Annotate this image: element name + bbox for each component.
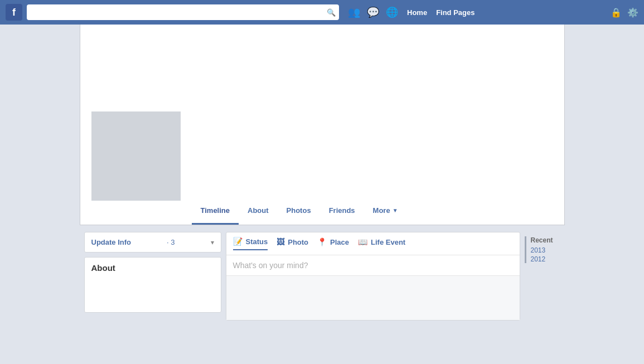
timeline-year-2012[interactable]: 2012 xyxy=(531,255,563,263)
navbar: f 🔍 👥 💬 🌐 Home Find Pages 🔒 ⚙️ xyxy=(0,0,644,25)
update-info-chevron-icon: ▾ xyxy=(211,239,214,246)
right-feed: 📝 Status 🖼 Photo 📍 Place xyxy=(221,232,525,325)
post-composer: 📝 Status 🖼 Photo 📍 Place xyxy=(226,232,520,321)
cover-photo xyxy=(80,25,565,197)
status-icon: 📝 xyxy=(233,237,243,246)
composer-tab-place[interactable]: 📍 Place xyxy=(317,237,349,250)
composer-tab-status[interactable]: 📝 Status xyxy=(233,237,268,250)
place-icon: 📍 xyxy=(317,237,327,246)
nav-links: Home Find Pages xyxy=(407,8,474,17)
search-bar[interactable]: 🔍 xyxy=(27,4,339,20)
center-column: Timeline About Photos Friends More ▼ xyxy=(80,25,565,364)
main-content: Update Info · 3 ▾ About 📝 xyxy=(80,225,565,332)
facebook-logo[interactable]: f xyxy=(6,4,22,21)
composer-tab-photo[interactable]: 🖼 Photo xyxy=(277,237,308,250)
composer-tab-life-event[interactable]: 📖 Life Event xyxy=(358,237,405,250)
composer-bottom xyxy=(226,275,520,320)
home-link[interactable]: Home xyxy=(407,8,427,17)
update-info-title: Update Info xyxy=(91,238,132,246)
tab-more[interactable]: More ▼ xyxy=(364,197,407,225)
page-wrapper: f 🔍 👥 💬 🌐 Home Find Pages 🔒 ⚙️ xyxy=(0,0,644,364)
life-event-icon: 📖 xyxy=(358,237,367,246)
tab-timeline[interactable]: Timeline xyxy=(192,197,239,225)
more-dropdown-icon: ▼ xyxy=(393,207,398,213)
update-info-header[interactable]: Update Info · 3 ▾ xyxy=(85,232,221,252)
page-content: Timeline About Photos Friends More ▼ xyxy=(0,25,644,364)
find-pages-link[interactable]: Find Pages xyxy=(436,8,474,17)
gear-icon[interactable]: ⚙️ xyxy=(627,7,638,18)
search-input[interactable] xyxy=(30,8,327,17)
composer-input[interactable]: What's on your mind? xyxy=(226,255,520,275)
profile-photo[interactable] xyxy=(89,109,183,203)
update-info-box: Update Info · 3 ▾ xyxy=(84,232,221,253)
update-info-badge: · 3 xyxy=(167,238,175,246)
lock-icon[interactable]: 🔒 xyxy=(611,7,622,18)
nav-icons: 👥 💬 🌐 xyxy=(348,6,398,18)
about-title: About xyxy=(91,263,214,273)
friends-icon[interactable]: 👥 xyxy=(348,6,360,18)
nav-right: 🔒 ⚙️ xyxy=(611,7,638,18)
photo-icon: 🖼 xyxy=(277,237,284,246)
messages-icon[interactable]: 💬 xyxy=(367,6,379,18)
timeline-bar: Recent 2013 2012 xyxy=(525,236,563,263)
search-icon: 🔍 xyxy=(327,8,336,17)
timeline-label: Recent xyxy=(531,236,563,244)
timeline-sidebar: Recent 2013 2012 xyxy=(525,232,565,325)
left-sidebar: Update Info · 3 ▾ About xyxy=(80,232,221,325)
tab-friends[interactable]: Friends xyxy=(320,197,364,225)
tab-about[interactable]: About xyxy=(239,197,278,225)
tab-photos[interactable]: Photos xyxy=(278,197,320,225)
timeline-year-2013[interactable]: 2013 xyxy=(531,246,563,254)
globe-icon[interactable]: 🌐 xyxy=(386,6,398,18)
composer-tabs: 📝 Status 🖼 Photo 📍 Place xyxy=(226,232,520,255)
about-box: About xyxy=(84,257,221,313)
